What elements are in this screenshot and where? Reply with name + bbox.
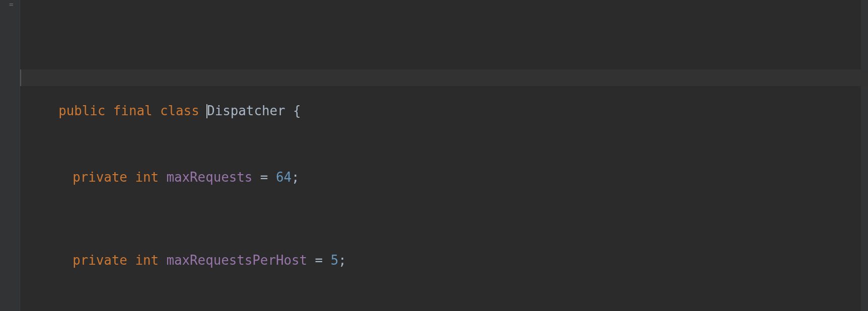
keyword-int: int	[135, 253, 159, 268]
punct-space	[159, 170, 167, 185]
punct-semi: ;	[292, 170, 300, 185]
gutter-override-icon: =	[9, 1, 13, 8]
punct-eq: =	[252, 170, 276, 185]
caret-line-indicator	[20, 69, 21, 86]
code-line[interactable]: public final class Dispatcher {	[20, 69, 868, 86]
number-5: 5	[331, 253, 339, 268]
punct-space	[105, 103, 113, 118]
keyword-int: int	[135, 170, 159, 185]
keyword-class: class	[160, 103, 199, 118]
keyword-private: private	[73, 170, 127, 185]
field-maxRequestsPerHost: maxRequestsPerHost	[167, 253, 308, 268]
code-line[interactable]: private int maxRequests = 64;	[20, 152, 868, 169]
keyword-public: public	[58, 103, 105, 118]
punct-open-brace: {	[293, 103, 301, 118]
punct-space	[199, 103, 207, 118]
punct-space	[127, 170, 135, 185]
punct-eq: =	[307, 253, 331, 268]
editor-gutter: =	[0, 0, 20, 311]
code-line[interactable]: private int maxRequestsPerHost = 5;	[20, 236, 868, 252]
code-editor[interactable]: public final class Dispatcher { private …	[20, 0, 868, 311]
class-name: Dispatcher	[207, 103, 285, 118]
punct-space	[285, 103, 294, 118]
number-64: 64	[276, 170, 292, 185]
punct-space	[159, 253, 167, 268]
field-maxRequests: maxRequests	[167, 170, 253, 185]
keyword-final: final	[113, 103, 153, 118]
punct-space	[127, 253, 135, 268]
punct-semi: ;	[338, 253, 346, 268]
keyword-private: private	[73, 253, 127, 268]
punct-space	[153, 103, 161, 118]
